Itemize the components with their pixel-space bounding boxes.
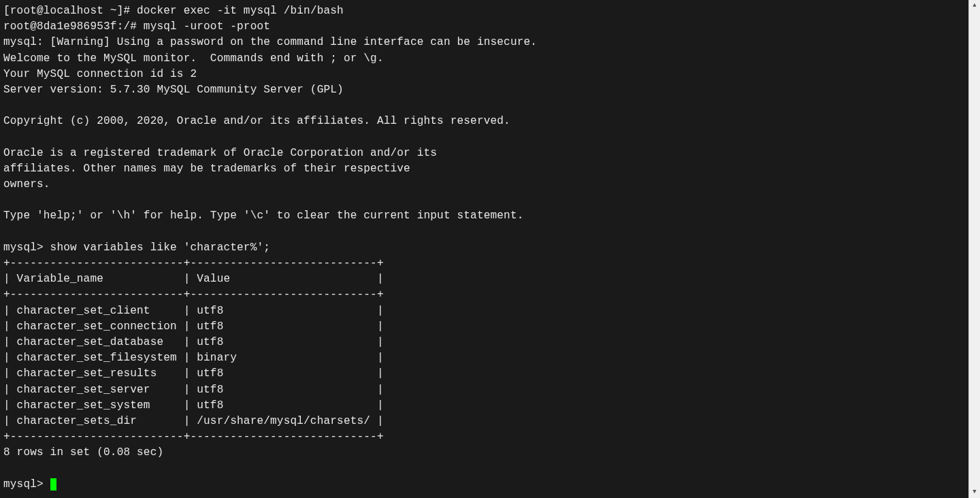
table-row: | character_set_filesystem | binary | [3, 352, 384, 364]
mysql-query-show-variables: show variables like 'character%'; [44, 242, 270, 254]
mysql-connection-id-line: Your MySQL connection id is 2 [3, 68, 197, 80]
mysql-warning-line: mysql: [Warning] Using a password on the… [3, 36, 537, 48]
shell-command-docker: docker exec -it mysql /bin/bash [130, 5, 344, 17]
shell-prompt-container: root@8da1e986953f:/# [3, 20, 137, 33]
table-row: | character_sets_dir | /usr/share/mysql/… [3, 415, 384, 427]
table-row: | character_set_system | utf8 | [3, 399, 384, 412]
mysql-trademark-line-2: affiliates. Other names may be trademark… [3, 163, 410, 175]
table-header-row: | Variable_name | Value | [3, 273, 384, 285]
table-row: | character_set_database | utf8 | [3, 336, 384, 348]
table-row: | character_set_connection | utf8 | [3, 320, 384, 333]
mysql-trademark-line-3: owners. [3, 178, 50, 190]
mysql-server-version-line: Server version: 5.7.30 MySQL Community S… [3, 84, 344, 96]
table-border-mid: +--------------------------+------------… [3, 288, 384, 301]
mysql-trademark-line-1: Oracle is a registered trademark of Orac… [3, 147, 437, 159]
terminal-output[interactable]: [root@localhost ~]# docker exec -it mysq… [0, 0, 968, 498]
table-border-bottom: +--------------------------+------------… [3, 431, 384, 443]
vertical-scrollbar[interactable]: ▲ ▼ [968, 0, 980, 498]
shell-prompt-host: [root@localhost ~]# [3, 5, 130, 17]
mysql-prompt-active: mysql> [3, 478, 50, 491]
scroll-up-arrow-icon[interactable]: ▲ [969, 0, 980, 12]
terminal-window: [root@localhost ~]# docker exec -it mysq… [0, 0, 980, 498]
cursor-icon [50, 478, 56, 491]
mysql-welcome-line: Welcome to the MySQL monitor. Commands e… [3, 52, 384, 65]
scroll-down-arrow-icon[interactable]: ▼ [969, 486, 980, 498]
table-row: | character_set_client | utf8 | [3, 305, 384, 317]
mysql-copyright-line: Copyright (c) 2000, 2020, Oracle and/or … [3, 115, 510, 127]
table-row: | character_set_results | utf8 | [3, 367, 384, 380]
mysql-prompt: mysql> [3, 242, 44, 254]
mysql-help-line: Type 'help;' or '\h' for help. Type '\c'… [3, 210, 524, 222]
shell-command-mysql: mysql -uroot -proot [137, 20, 270, 33]
query-summary-line: 8 rows in set (0.08 sec) [3, 446, 163, 459]
table-border-top: +--------------------------+------------… [3, 257, 384, 269]
table-row: | character_set_server | utf8 | [3, 384, 384, 396]
